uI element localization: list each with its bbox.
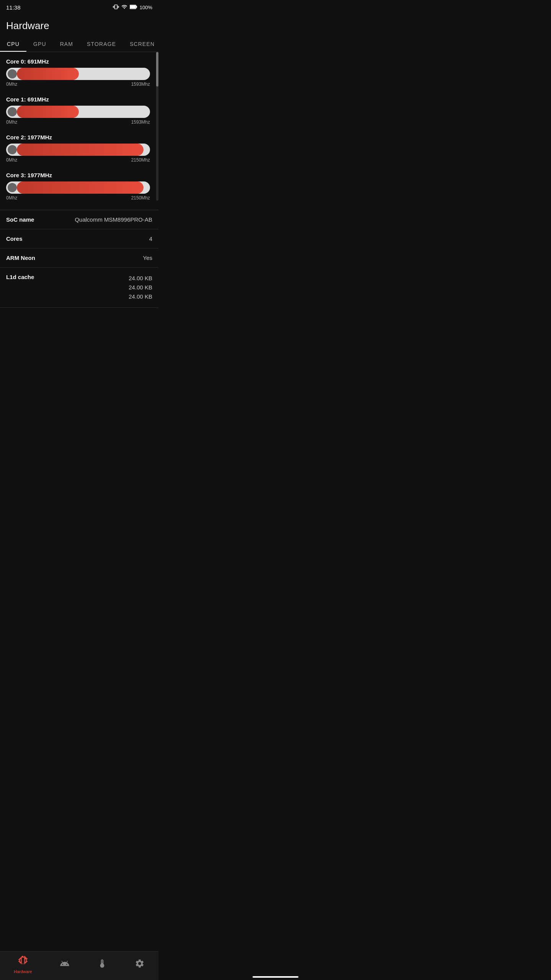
tab-gpu[interactable]: GPU bbox=[26, 36, 53, 52]
scrollbar-thumb bbox=[156, 52, 158, 87]
core-2-section: Core 2: 1977MHz 0Mhz 2150Mhz bbox=[6, 134, 150, 163]
tab-storage[interactable]: STORAGE bbox=[80, 36, 123, 52]
arm-neon-value: Yes bbox=[41, 255, 152, 261]
app-header: Hardware bbox=[0, 14, 158, 36]
core-1-section: Core 1: 691MHz 0Mhz 1593Mhz bbox=[6, 96, 150, 125]
tab-cpu[interactable]: CPU bbox=[0, 36, 26, 52]
cores-label: Cores bbox=[6, 235, 23, 242]
soc-value: Qualcomm MSM8996PRO-AB bbox=[40, 216, 152, 223]
wifi-icon bbox=[121, 4, 127, 11]
core-0-title: Core 0: 691MHz bbox=[6, 58, 150, 65]
core-1-labels: 0Mhz 1593Mhz bbox=[6, 119, 150, 125]
core-3-title: Core 3: 1977MHz bbox=[6, 172, 150, 178]
soc-label: SoC name bbox=[6, 216, 34, 223]
core-0-progress bbox=[6, 68, 150, 80]
core-0-min: 0Mhz bbox=[6, 82, 17, 87]
core-0-thumb bbox=[8, 69, 17, 78]
tab-screen[interactable]: SCREEN bbox=[123, 36, 158, 52]
tabs-container: CPU GPU RAM STORAGE SCREEN A bbox=[0, 36, 158, 52]
core-3-fill bbox=[17, 181, 143, 194]
core-2-labels: 0Mhz 2150Mhz bbox=[6, 157, 150, 163]
content-area: Core 0: 691MHz 0Mhz 1593Mhz Core 1: 691M… bbox=[0, 52, 158, 338]
battery-icon bbox=[130, 4, 137, 11]
soc-row: SoC name Qualcomm MSM8996PRO-AB bbox=[0, 210, 158, 229]
core-0-section: Core 0: 691MHz 0Mhz 1593Mhz bbox=[6, 58, 150, 87]
core-0-max: 1593Mhz bbox=[131, 82, 150, 87]
core-1-thumb bbox=[8, 107, 17, 116]
core-3-section: Core 3: 1977MHz 0Mhz 2150Mhz bbox=[6, 172, 150, 201]
vibrate-icon bbox=[113, 4, 119, 11]
svg-rect-2 bbox=[136, 6, 137, 8]
core-2-fill bbox=[17, 144, 143, 156]
tab-ram[interactable]: RAM bbox=[53, 36, 80, 52]
core-1-progress bbox=[6, 106, 150, 118]
core-2-progress bbox=[6, 144, 150, 156]
core-3-progress bbox=[6, 181, 150, 194]
status-icons: 100% bbox=[113, 4, 152, 11]
svg-rect-1 bbox=[130, 5, 136, 8]
core-3-max: 2150Mhz bbox=[131, 195, 150, 201]
arm-neon-row: ARM Neon Yes bbox=[0, 248, 158, 268]
cores-value: 4 bbox=[29, 235, 152, 242]
core-2-max: 2150Mhz bbox=[131, 157, 150, 163]
app-title: Hardware bbox=[6, 20, 152, 32]
core-2-title: Core 2: 1977MHz bbox=[6, 134, 150, 140]
cores-row: Cores 4 bbox=[0, 229, 158, 248]
scrollbar-track[interactable] bbox=[156, 52, 158, 201]
core-0-fill bbox=[17, 68, 79, 80]
status-time: 11:38 bbox=[6, 4, 21, 11]
core-2-min: 0Mhz bbox=[6, 157, 17, 163]
core-1-min: 0Mhz bbox=[6, 119, 17, 125]
core-2-thumb bbox=[8, 145, 17, 154]
l1d-value: 24.00 KB24.00 KB24.00 KB bbox=[40, 274, 152, 301]
core-0-labels: 0Mhz 1593Mhz bbox=[6, 82, 150, 87]
arm-neon-label: ARM Neon bbox=[6, 255, 35, 261]
battery-percentage: 100% bbox=[140, 5, 152, 10]
core-3-thumb bbox=[8, 183, 17, 192]
specs-section: SoC name Qualcomm MSM8996PRO-AB Cores 4 … bbox=[0, 210, 158, 308]
l1d-row: L1d cache 24.00 KB24.00 KB24.00 KB bbox=[0, 268, 158, 308]
l1d-label: L1d cache bbox=[6, 274, 34, 280]
status-bar: 11:38 100% bbox=[0, 0, 158, 14]
core-3-labels: 0Mhz 2150Mhz bbox=[6, 195, 150, 201]
core-3-min: 0Mhz bbox=[6, 195, 17, 201]
core-1-title: Core 1: 691MHz bbox=[6, 96, 150, 103]
core-1-max: 1593Mhz bbox=[131, 119, 150, 125]
core-1-fill bbox=[17, 106, 79, 118]
